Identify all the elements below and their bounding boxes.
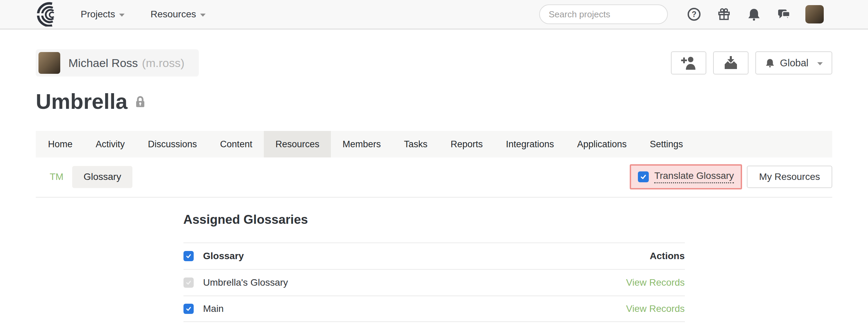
checkmark-icon — [185, 253, 192, 259]
tab-integrations[interactable]: Integrations — [494, 131, 565, 157]
translate-glossary-checkbox[interactable] — [638, 171, 649, 182]
tab-content[interactable]: Content — [209, 131, 264, 157]
tab-activity[interactable]: Activity — [84, 131, 136, 157]
column-header-glossary: Glossary — [203, 251, 650, 262]
top-navbar: Projects Resources ? — [0, 0, 868, 30]
tab-resources[interactable]: Resources — [264, 131, 331, 157]
owner-avatar — [38, 52, 60, 74]
bell-icon[interactable] — [747, 7, 761, 21]
header-actions: Global — [671, 51, 832, 74]
download-button[interactable] — [713, 51, 749, 74]
resources-subtab-row: TM Glossary Translate Glossary My Resour… — [36, 157, 832, 198]
chat-icon[interactable] — [777, 7, 791, 21]
tab-reports[interactable]: Reports — [439, 131, 495, 157]
caret-down-icon — [817, 62, 823, 65]
project-tabbar: Home Activity Discussions Content Resour… — [36, 131, 832, 157]
project-owner-chip[interactable]: Michael Ross (m.ross) — [36, 49, 199, 77]
tab-applications[interactable]: Applications — [565, 131, 638, 157]
caret-down-icon — [119, 14, 125, 17]
bell-icon — [765, 58, 775, 68]
row-checkbox[interactable] — [183, 304, 194, 314]
lock-icon — [135, 96, 145, 108]
checkmark-icon — [185, 305, 192, 312]
checkmark-icon — [640, 173, 647, 181]
caret-down-icon — [200, 14, 206, 17]
tab-tasks[interactable]: Tasks — [392, 131, 439, 157]
owner-username: (m.ross) — [142, 56, 184, 70]
global-dropdown-label: Global — [780, 57, 808, 69]
global-dropdown-button[interactable]: Global — [755, 51, 832, 74]
svg-text:?: ? — [692, 10, 696, 19]
resources-menu[interactable]: Resources — [150, 9, 206, 20]
add-person-icon — [680, 55, 697, 70]
translate-glossary-link[interactable]: Translate Glossary — [654, 170, 734, 183]
subtab-group: TM Glossary — [36, 166, 132, 188]
subtab-tm[interactable]: TM — [50, 171, 63, 182]
subtab-glossary[interactable]: Glossary — [72, 166, 132, 188]
table-row: Main View Records — [183, 296, 685, 322]
glossary-name: Main — [203, 303, 626, 314]
view-records-link[interactable]: View Records — [626, 303, 685, 314]
section-heading: Assigned Glossaries — [183, 213, 685, 227]
glossary-name: Umbrella's Glossary — [203, 277, 626, 288]
invite-member-button[interactable] — [671, 51, 706, 74]
glossaries-table: Glossary Actions Umbrella's Glossary Vie… — [183, 242, 685, 322]
translate-glossary-highlight: Translate Glossary — [630, 164, 742, 189]
tab-settings[interactable]: Settings — [638, 131, 695, 157]
app-screen: Projects Resources ? — [0, 0, 868, 336]
page-title: Umbrella — [36, 90, 128, 113]
owner-name: Michael Ross — [68, 56, 138, 70]
app-logo-icon[interactable] — [35, 2, 61, 27]
toolbar-group: Translate Glossary My Resources — [630, 164, 832, 189]
table-row: Umbrella's Glossary View Records — [183, 269, 685, 296]
projects-menu[interactable]: Projects — [81, 9, 125, 20]
resources-menu-label: Resources — [150, 9, 196, 20]
table-header-row: Glossary Actions — [183, 242, 685, 269]
tab-discussions[interactable]: Discussions — [136, 131, 209, 157]
view-records-link[interactable]: View Records — [626, 277, 685, 288]
user-avatar[interactable] — [805, 5, 824, 23]
tab-home[interactable]: Home — [36, 131, 84, 157]
checkmark-icon — [185, 279, 192, 286]
projects-menu-label: Projects — [81, 9, 115, 20]
my-resources-button[interactable]: My Resources — [747, 166, 832, 188]
download-icon — [723, 55, 739, 70]
project-header-row: Michael Ross (m.ross) — [36, 49, 832, 77]
search-box[interactable] — [539, 4, 668, 24]
column-header-actions: Actions — [650, 251, 685, 262]
help-icon[interactable]: ? — [687, 7, 701, 21]
assigned-glossaries-section: Assigned Glossaries Glossary Actions Umb… — [183, 213, 685, 322]
gift-icon[interactable] — [717, 7, 731, 21]
tab-members[interactable]: Members — [331, 131, 392, 157]
title-row: Umbrella — [36, 90, 832, 113]
select-all-checkbox[interactable] — [183, 251, 194, 261]
search-input[interactable] — [549, 9, 663, 20]
row-checkbox-disabled — [183, 278, 194, 288]
